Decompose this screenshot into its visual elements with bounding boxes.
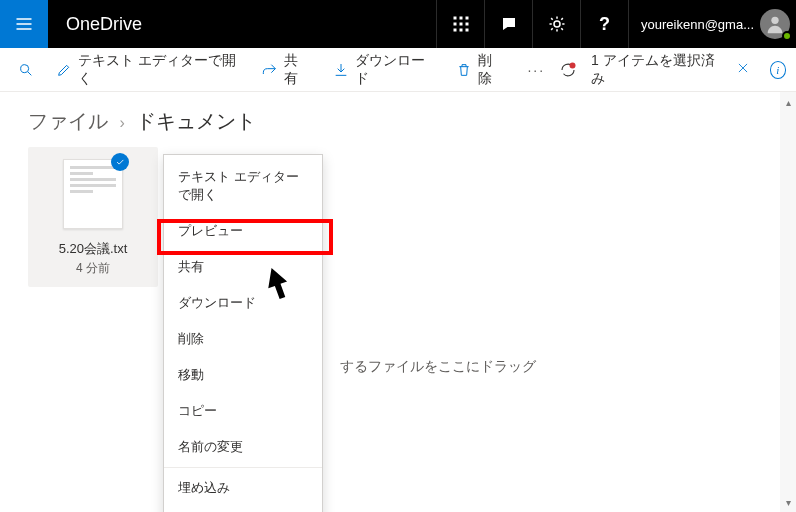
menu-rename[interactable]: 名前の変更 [164, 429, 322, 465]
menu-version-history[interactable]: バージョン履歴 [164, 506, 322, 512]
pencil-icon [56, 62, 72, 78]
share-label: 共有 [284, 52, 309, 88]
selection-status-text: 1 アイテムを選択済み [591, 52, 715, 88]
menu-button[interactable] [0, 0, 48, 48]
file-thumbnail [63, 159, 123, 229]
command-bar: テキスト エディターで開く 共有 ダウンロード 削除 ··· 1 アイテムを選択… [0, 48, 796, 92]
close-icon [736, 61, 750, 75]
delete-label: 削除 [478, 52, 503, 88]
chevron-right-icon: › [120, 114, 125, 131]
chat-button[interactable] [484, 0, 532, 48]
menu-copy[interactable]: コピー [164, 393, 322, 429]
menu-download[interactable]: ダウンロード [164, 285, 322, 321]
menu-delete[interactable]: 削除 [164, 321, 322, 357]
menu-open-editor[interactable]: テキスト エディターで開く [164, 159, 322, 213]
chat-icon [500, 15, 518, 33]
svg-point-11 [570, 62, 576, 68]
avatar[interactable] [760, 9, 790, 39]
breadcrumb: ファイル › ドキュメント [0, 92, 796, 147]
download-label: ダウンロード [355, 52, 433, 88]
open-editor-label: テキスト エディターで開く [78, 52, 238, 88]
menu-move[interactable]: 移動 [164, 357, 322, 393]
sync-status-icon [559, 61, 577, 79]
app-launcher-button[interactable] [436, 0, 484, 48]
info-button[interactable]: i [770, 61, 786, 79]
open-editor-button[interactable]: テキスト エディターで開く [46, 46, 248, 94]
file-item[interactable]: 5.20会議.txt 4 分前 [28, 147, 158, 287]
delete-button[interactable]: 削除 [446, 46, 513, 94]
svg-rect-6 [453, 29, 456, 32]
hamburger-icon [14, 14, 34, 34]
help-button[interactable]: ? [580, 0, 628, 48]
drag-hint-text: するファイルをここにドラッグ [340, 358, 536, 376]
download-button[interactable]: ダウンロード [323, 46, 443, 94]
presence-indicator [782, 31, 792, 41]
ellipsis-icon: ··· [527, 62, 545, 78]
scroll-up-icon[interactable]: ▴ [780, 92, 796, 112]
help-icon: ? [599, 14, 610, 35]
menu-preview[interactable]: プレビュー [164, 213, 322, 249]
svg-rect-2 [465, 17, 468, 20]
svg-rect-1 [459, 17, 462, 20]
context-menu: テキスト エディターで開く プレビュー 共有 ダウンロード 削除 移動 コピー … [163, 154, 323, 512]
svg-rect-5 [465, 23, 468, 26]
svg-rect-8 [465, 29, 468, 32]
svg-rect-7 [459, 29, 462, 32]
file-name: 5.20会議.txt [36, 240, 150, 258]
search-button[interactable] [10, 56, 42, 84]
svg-rect-0 [453, 17, 456, 20]
waffle-icon [452, 15, 470, 33]
account-area[interactable]: youreikenn@gma... [628, 0, 796, 48]
svg-rect-3 [453, 23, 456, 26]
settings-button[interactable] [532, 0, 580, 48]
breadcrumb-current[interactable]: ドキュメント [136, 110, 256, 132]
content-area: 5.20会議.txt 4 分前 [0, 147, 796, 512]
share-icon [262, 62, 278, 78]
gear-icon [548, 15, 566, 33]
account-email: youreikenn@gma... [641, 17, 754, 32]
menu-embed[interactable]: 埋め込み [164, 470, 322, 506]
scroll-down-icon[interactable]: ▾ [780, 492, 796, 512]
share-button[interactable]: 共有 [252, 46, 319, 94]
file-time: 4 分前 [36, 260, 150, 277]
svg-rect-4 [459, 23, 462, 26]
more-button[interactable]: ··· [517, 56, 555, 84]
search-icon [18, 62, 34, 78]
trash-icon [456, 62, 472, 78]
vertical-scrollbar[interactable]: ▴ ▾ [780, 92, 796, 512]
menu-share[interactable]: 共有 [164, 249, 322, 285]
top-bar: OneDrive ? youreikenn@gma... [0, 0, 796, 48]
breadcrumb-root[interactable]: ファイル [28, 110, 108, 132]
download-icon [333, 62, 349, 78]
svg-point-10 [21, 64, 29, 72]
clear-selection-button[interactable] [730, 61, 756, 79]
svg-point-9 [771, 17, 778, 24]
brand-title[interactable]: OneDrive [48, 0, 160, 48]
selected-check-icon [111, 153, 129, 171]
menu-divider [164, 467, 322, 468]
